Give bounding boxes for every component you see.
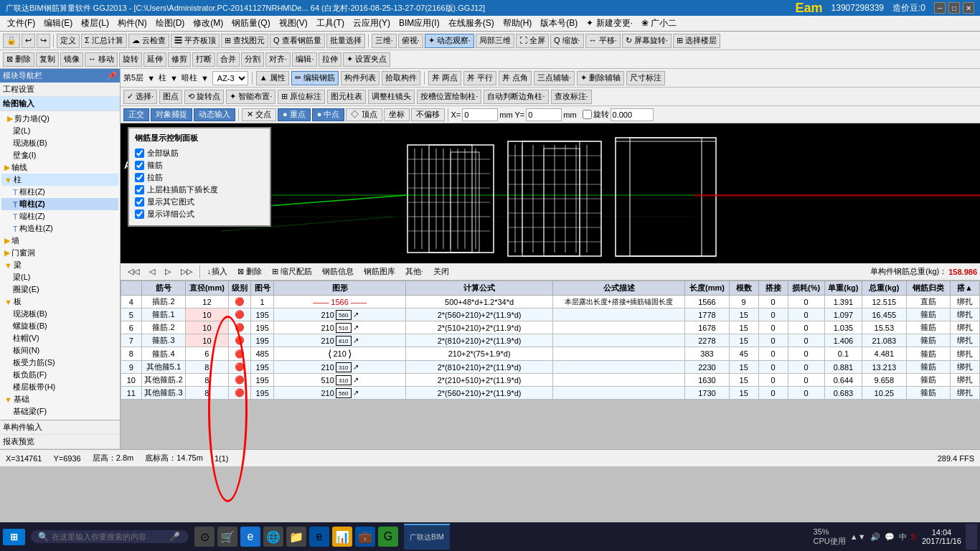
snap-dynamic[interactable]: 动态输入	[194, 108, 235, 121]
x-input[interactable]	[462, 108, 498, 121]
tb-find-element[interactable]: ⊞ 查找图元	[221, 34, 268, 48]
snap-intersection[interactable]: ✕ 交点	[242, 108, 276, 121]
tb-dynamic-view[interactable]: ✦ 动态观察·	[425, 34, 474, 48]
tb-top-view[interactable]: 俯视·	[398, 34, 423, 48]
tb-check-mark[interactable]: 查改标注·	[551, 90, 592, 104]
tb-in-situ[interactable]: ⊞ 原位标注	[278, 90, 325, 104]
snap-object[interactable]: 对象捕捉	[151, 108, 192, 121]
table-row[interactable]: 7 箍筋.3 10 🔴 195 210 810 ↗	[121, 334, 980, 347]
tb-batch-select[interactable]: 批量选择	[326, 34, 365, 48]
rebar-table-container[interactable]: 筋号 直径(mm) 级别 图号 图形 计算公式 公式描述 长度(mm) 根数 搭…	[121, 281, 980, 449]
tree-column[interactable]: ▼ 柱	[1, 174, 118, 186]
table-row[interactable]: 5 箍筋.1 10 🔴 195 210 560 ↗	[121, 309, 980, 321]
tree-spiral-slab[interactable]: 螺旋板(B)	[1, 320, 118, 332]
rb-next[interactable]: ▷	[161, 265, 175, 279]
taskbar-explorer[interactable]: 📁	[286, 527, 306, 547]
taskbar-ie[interactable]: e	[309, 527, 329, 547]
tb-two-points[interactable]: 丼 两点	[428, 71, 461, 85]
tb-stretch[interactable]: 拉伸	[319, 52, 341, 67]
snap-coord[interactable]: 坐标	[384, 108, 410, 121]
snap-center[interactable]: ● 中点	[312, 108, 345, 121]
tb-rotate-point[interactable]: ⟲ 旋转点	[184, 90, 224, 104]
tree-floor-band[interactable]: 楼层板带(H)	[1, 381, 118, 393]
tree-slab-inter[interactable]: 板间(N)	[1, 344, 118, 357]
tree-col-cap[interactable]: 柱帽(V)	[1, 332, 118, 344]
taskbar-browser[interactable]: e	[240, 527, 260, 547]
tb-pick-component[interactable]: 拾取构件	[382, 71, 420, 85]
tree-cast-slab2[interactable]: 现浇板(B)	[1, 308, 118, 320]
tree-shear-wall[interactable]: ▶ 剪力墙(Q)	[1, 113, 118, 125]
tb-redo[interactable]: ↪	[37, 34, 50, 48]
tb-undo[interactable]: ↩	[22, 34, 35, 48]
tb-delete[interactable]: ⊠ 删除	[3, 52, 34, 67]
tree-end-col[interactable]: T 端柱(Z)	[1, 210, 118, 222]
rb-last[interactable]: ▷▷	[176, 265, 197, 279]
rb-library[interactable]: 钢筋图库	[359, 265, 400, 279]
tree-wall[interactable]: ▶ 墙	[1, 235, 118, 247]
titlebar-controls[interactable]: ─ □ ✕	[934, 2, 974, 14]
tb-break[interactable]: 打断	[192, 52, 215, 67]
tree-found-beam[interactable]: 基础梁(F)	[1, 405, 118, 418]
cad-view[interactable]: A1	[121, 123, 980, 263]
tree-struct-col[interactable]: T 构造柱(Z)	[1, 222, 118, 235]
tb-select2[interactable]: ✓ 选择·	[123, 90, 157, 104]
tree-axis[interactable]: ▶ 轴线	[1, 161, 118, 174]
tb-dot-point[interactable]: 图点	[159, 90, 182, 104]
tb-edit-rebar[interactable]: ✏ 编辑钢筋	[291, 71, 339, 85]
tb-calculate[interactable]: Σ 汇总计算	[81, 34, 127, 48]
menu-help[interactable]: 帮助(H)	[499, 16, 537, 31]
snap-midpoint[interactable]: ● 重点	[278, 108, 311, 121]
tb-element-table[interactable]: 图元柱表	[327, 90, 366, 104]
menu-view[interactable]: 视图(V)	[275, 16, 312, 31]
left-panel-pin[interactable]: 📌	[107, 71, 117, 80]
table-row[interactable]: 11 其他箍筋.3 8 🔴 195 210 560 ↗	[121, 387, 980, 400]
rb-delete[interactable]: ⊠ 删除	[233, 265, 266, 279]
tb-adjust-lens[interactable]: 调整柱镜头	[368, 90, 415, 104]
tree-niche[interactable]: 壁龛(I)	[1, 149, 118, 161]
tb-move[interactable]: ↔ 移动	[85, 52, 118, 67]
tree-ring-beam[interactable]: 圈梁(E)	[1, 283, 118, 296]
table-row[interactable]: 6 箍筋.2 10 🔴 195 210 510 ↗	[121, 321, 980, 334]
tb-3d[interactable]: 三维·	[372, 34, 397, 48]
tb-three-point-aux[interactable]: 三点辅轴·	[534, 71, 575, 85]
tb-floor-level[interactable]: ☰ 平齐板顶	[171, 34, 220, 48]
taskbar-edge[interactable]: 🌐	[263, 527, 283, 547]
taskbar-search[interactable]	[52, 532, 166, 541]
taskbar-app1[interactable]: 📊	[332, 527, 352, 547]
snap-vertex[interactable]: ◇ 顶点	[346, 108, 382, 121]
rotate-checkbox[interactable]	[583, 110, 592, 119]
rb-prev[interactable]: ◁	[145, 265, 159, 279]
section-report[interactable]: 报表预览	[0, 435, 120, 449]
close-btn[interactable]: ✕	[963, 2, 974, 14]
tree-slab-neg[interactable]: 板负筋(F)	[1, 369, 118, 381]
table-row[interactable]: 8 箍筋.4 6 🔴 485 ⟨ 210 ⟩	[121, 347, 980, 361]
tree-beam-l[interactable]: 梁(L)	[1, 271, 118, 283]
tb-select-floor[interactable]: ⊞ 选择楼层	[673, 34, 720, 48]
tb-define[interactable]: 定义	[57, 34, 80, 48]
menu-online[interactable]: 在线服务(S)	[444, 16, 499, 31]
tb-merge[interactable]: 合并	[217, 52, 240, 67]
tree-beam[interactable]: 梁(L)	[1, 125, 118, 137]
tb-view-rebar[interactable]: Q 查看钢筋量	[270, 34, 325, 48]
tb-properties[interactable]: ▲ 属性	[256, 71, 289, 85]
rb-close[interactable]: 关闭	[429, 265, 453, 279]
menu-cloud[interactable]: 云应用(Y)	[349, 16, 395, 31]
show-desktop[interactable]	[966, 524, 977, 550]
tb-align[interactable]: 对齐·	[265, 52, 291, 67]
section-single-component[interactable]: 单构件输入	[0, 420, 120, 435]
start-button[interactable]: ⊞	[3, 529, 25, 545]
tb-fullscreen[interactable]: ⛶ 全屏	[516, 34, 549, 48]
tb-zoom[interactable]: Q 缩放·	[550, 34, 584, 48]
tb-trim[interactable]: 修剪	[168, 52, 191, 67]
menu-edit[interactable]: 编辑(E)	[39, 16, 77, 31]
rotate-input[interactable]	[611, 108, 654, 121]
menu-file[interactable]: 文件(F)	[3, 16, 39, 31]
taskbar-app3[interactable]: G	[378, 527, 398, 547]
tree-cast-slab[interactable]: 现浇板(B)	[1, 137, 118, 149]
rb-info[interactable]: 钢筋信息	[318, 265, 358, 279]
rb-insert[interactable]: ↓插入	[203, 265, 232, 279]
tb-component-list[interactable]: 构件列表	[341, 71, 380, 85]
tree-slab[interactable]: ▼ 板	[1, 296, 118, 308]
tb-dim[interactable]: 尺寸标注	[626, 71, 665, 85]
tree-hidden-col[interactable]: T 暗柱(Z)	[1, 198, 118, 210]
